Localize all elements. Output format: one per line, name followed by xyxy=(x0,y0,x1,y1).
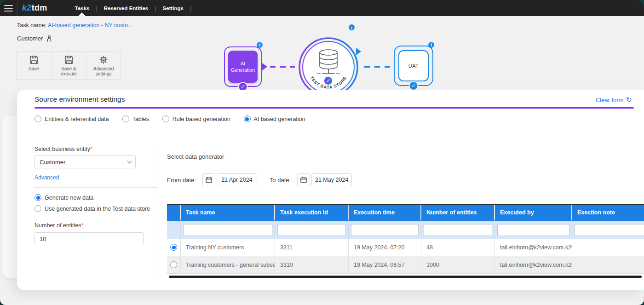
panel-title: Source environment settings xyxy=(34,95,125,104)
number-of-entities-label: Number of entities* xyxy=(34,222,144,229)
calendar-icon xyxy=(300,177,307,183)
advanced-link[interactable]: Advanced xyxy=(34,174,59,181)
filter-input-executed-by[interactable] xyxy=(497,224,569,236)
radio-entities-referential-data[interactable]: Entities & referential data xyxy=(34,115,109,122)
business-entity-select[interactable]: Customer xyxy=(34,155,136,168)
table-row[interactable]: Training customers - general subset 3310… xyxy=(167,256,644,274)
source-environment-panel: Source environment settings Clear form ↺… xyxy=(17,90,644,290)
clear-form-button[interactable]: Clear form ↺ xyxy=(596,96,632,104)
table-row[interactable]: Training NY customers 3311 19 May 2024, … xyxy=(167,239,644,256)
logo-k2: k2 xyxy=(22,3,32,13)
info-icon[interactable]: i xyxy=(257,42,263,48)
from-date-calendar-button[interactable] xyxy=(202,173,215,186)
radio-ai-based-generation[interactable]: AI based generation xyxy=(244,115,305,122)
horizontal-scrollbar[interactable] xyxy=(169,276,642,278)
ai-generation-label: AI Generation xyxy=(228,51,258,83)
filter-input-number-of-entities[interactable] xyxy=(424,224,492,236)
date-range-row: From date: 21 Apr 2024 To date: 21 May 2… xyxy=(167,173,352,186)
radio-rule-based-generation[interactable]: Rule based generation xyxy=(162,115,230,122)
generation-mode-options: Entities & referential data Tables Rule … xyxy=(34,115,305,122)
to-date-value[interactable]: 21 May 2024 xyxy=(311,173,352,186)
app-window: k2tdm Tasks | Reserved Entities | Settin… xyxy=(0,0,644,305)
nav-tab-tasks[interactable]: Tasks xyxy=(69,0,96,16)
row-select-radio[interactable] xyxy=(170,261,177,268)
nav-separator: | xyxy=(190,5,191,12)
header-number-of-entities[interactable]: Number of entities xyxy=(421,205,495,220)
executions-table: Task name Task execution id Execution ti… xyxy=(167,204,644,278)
from-date-value[interactable]: 21 Apr 2024 xyxy=(217,173,257,186)
left-divider xyxy=(34,187,157,188)
app-logo: k2tdm xyxy=(22,3,47,13)
filter-input-task-name[interactable] xyxy=(183,224,272,236)
flow-connector-purple xyxy=(270,66,295,68)
nav-tab-reserved-entities[interactable]: Reserved Entities xyxy=(98,0,155,16)
to-date-label: To date: xyxy=(270,177,291,184)
check-icon: ✓ xyxy=(409,81,419,91)
row-select-radio[interactable] xyxy=(170,244,177,251)
main-navigation: Tasks | Reserved Entities | Settings | xyxy=(69,0,192,16)
table-header-row: Task name Task execution id Execution ti… xyxy=(167,204,644,221)
to-date-calendar-button[interactable] xyxy=(297,173,310,186)
active-tab-notch xyxy=(78,12,86,16)
check-icon: ✓ xyxy=(323,76,333,86)
reset-icon: ↺ xyxy=(626,96,632,104)
filter-input-exection-note[interactable] xyxy=(575,224,644,236)
header-select-column xyxy=(167,205,181,220)
chevron-down-icon xyxy=(123,161,135,164)
flow-arrow-icon xyxy=(356,48,361,55)
flow-node-uat[interactable]: UAT i ✓ xyxy=(394,46,433,86)
mode-divider xyxy=(34,135,634,135)
filter-input-execution-time[interactable] xyxy=(351,224,419,236)
calendar-icon xyxy=(206,177,212,183)
table-filter-row xyxy=(167,221,644,239)
header-task-name[interactable]: Task name xyxy=(181,205,275,220)
number-of-entities-input[interactable] xyxy=(34,232,144,245)
data-generator-column: Select data generator From date: 21 Apr … xyxy=(167,153,644,160)
flow-arrow-icon xyxy=(262,63,267,70)
radio-use-generated-data[interactable]: Use generated data in the Test data stor… xyxy=(34,205,144,212)
logo-tdm: tdm xyxy=(32,3,47,13)
radio-tables[interactable]: Tables xyxy=(122,115,149,122)
header-task-execution-id[interactable]: Task execution id xyxy=(275,205,349,220)
select-data-generator-label: Select data generator xyxy=(167,153,644,160)
business-entity-label: Select business entity* xyxy=(34,146,144,152)
flow-connector-blue xyxy=(364,66,390,68)
left-settings-column: Select business entity* Customer Advance… xyxy=(34,146,144,245)
header-execution-time[interactable]: Execution time xyxy=(349,205,421,220)
column-divider xyxy=(157,145,157,277)
filter-input-execution-id[interactable] xyxy=(277,224,346,236)
info-icon[interactable]: i xyxy=(428,42,434,48)
hamburger-menu-icon[interactable] xyxy=(0,0,17,16)
nav-tab-settings[interactable]: Settings xyxy=(156,0,190,16)
from-date-label: From date: xyxy=(167,177,196,184)
top-navbar: k2tdm Tasks | Reserved Entities | Settin… xyxy=(0,0,644,16)
radio-generate-new-data[interactable]: Generate new data xyxy=(34,194,144,201)
task-flow-diagram: AI Generation i ✓ xyxy=(0,16,644,90)
header-exection-note[interactable]: Exection note xyxy=(572,205,644,220)
info-icon[interactable]: i xyxy=(349,24,355,30)
flow-node-ai-generation[interactable]: AI Generation i ✓ xyxy=(224,46,262,87)
title-underline xyxy=(34,107,634,109)
uat-label: UAT xyxy=(398,50,429,81)
header-executed-by[interactable]: Executed by xyxy=(495,205,572,220)
